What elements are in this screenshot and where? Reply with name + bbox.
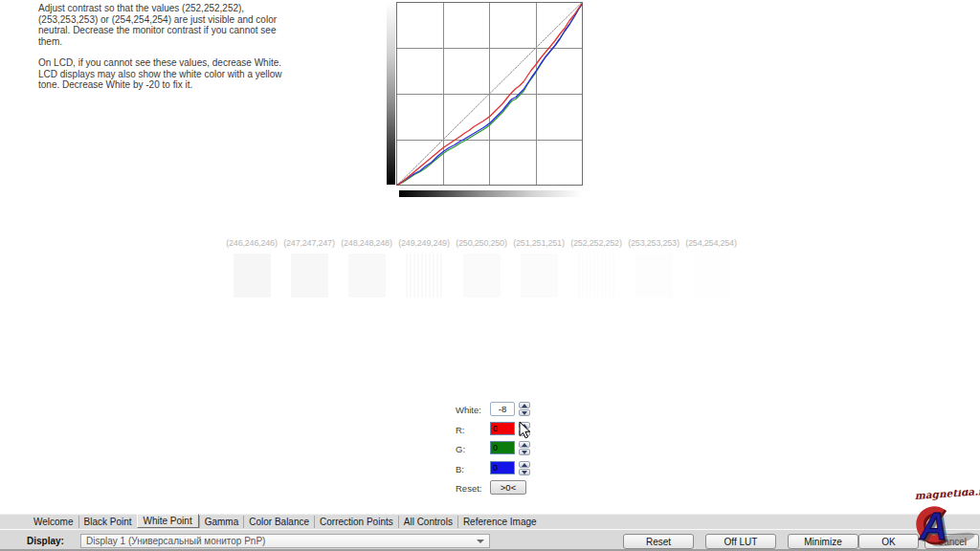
gray-test-patch	[348, 253, 386, 298]
green-value-field[interactable]: 0	[490, 441, 515, 454]
gray-test-patch	[635, 253, 673, 298]
gray-test-patch	[521, 253, 558, 298]
white-value-input[interactable]	[490, 402, 515, 416]
patch-column: (251,251,251)	[510, 238, 568, 298]
tab-all-controls[interactable]: All Controls	[398, 516, 457, 528]
gray-test-patch	[693, 253, 730, 298]
patch-label: (251,251,251)	[510, 238, 568, 248]
blue-label: B:	[456, 464, 464, 474]
tab-color-balance[interactable]: Color Balance	[243, 516, 314, 528]
triangle-down-icon	[522, 411, 527, 415]
patch-column: (248,248,248)	[338, 238, 395, 298]
white-point-controls: White: R: 0 G: 0 B: 0 Reset: >0<	[456, 402, 561, 497]
mouse-cursor	[519, 421, 531, 439]
patch-label: (253,253,253)	[625, 238, 682, 248]
patch-label: (249,249,249)	[395, 238, 453, 248]
off-lut-button[interactable]: Off LUT	[705, 534, 776, 549]
logo-site-text: magnetida.ru	[914, 490, 980, 502]
tab-black-point[interactable]: Black Point	[78, 516, 137, 528]
green-value: 0	[493, 443, 498, 452]
white-spinner-up-button[interactable]	[519, 402, 530, 408]
tab-white-point[interactable]: White Point	[137, 514, 199, 528]
reset-label: Reset:	[456, 483, 481, 494]
blue-spinner	[519, 461, 530, 475]
tab-correction-points[interactable]: Correction Points	[314, 516, 398, 528]
patch-column: (253,253,253)	[625, 238, 682, 298]
instructions-text: Adjust contrast so that the values (252,…	[38, 3, 306, 101]
patch-label: (246,246,246)	[223, 238, 280, 248]
display-select[interactable]: Display 1 (Универсальный монитор PnP)	[80, 534, 490, 548]
blue-value: 0	[493, 463, 498, 473]
tab-welcome[interactable]: Welcome	[29, 516, 78, 528]
reset-button[interactable]: Reset	[623, 534, 694, 549]
patch-column: (250,250,250)	[453, 238, 510, 298]
triangle-down-icon	[522, 451, 527, 454]
patch-column: (252,252,252)	[568, 238, 625, 298]
patch-label: (254,254,254)	[682, 238, 740, 248]
triangle-up-icon	[522, 463, 527, 467]
patch-label: (247,247,247)	[280, 238, 338, 248]
triangle-up-icon	[522, 443, 527, 447]
tab-reference-image[interactable]: Reference Image	[457, 516, 542, 528]
app-window: { "instructions": { "para1": "Adjust con…	[0, 0, 980, 551]
bottom-bar: Display: Display 1 (Универсальный монито…	[0, 529, 980, 551]
instructions-paragraph-1: Adjust contrast so that the values (252,…	[38, 3, 306, 47]
green-spinner	[519, 441, 530, 455]
minimize-button[interactable]: Minimize	[788, 534, 858, 549]
tab-bar: WelcomeBlack PointWhite PointGammaColor …	[0, 514, 980, 529]
horizontal-gradient-ramp	[399, 190, 583, 197]
red-value-field[interactable]: 0	[490, 422, 515, 435]
gray-test-patch	[578, 253, 615, 298]
green-label: G:	[456, 444, 465, 454]
white-spinner	[519, 402, 530, 416]
gray-test-patch	[291, 253, 328, 298]
patch-column: (254,254,254)	[682, 238, 740, 298]
triangle-up-icon	[522, 404, 527, 408]
blue-value-field[interactable]: 0	[490, 461, 515, 474]
display-select-value: Display 1 (Универсальный монитор PnP)	[86, 536, 477, 546]
white-label: White:	[456, 405, 481, 415]
reset-values-button[interactable]: >0<	[490, 480, 526, 495]
gray-test-patch	[463, 253, 501, 298]
patch-column: (246,246,246)	[223, 238, 280, 298]
red-value: 0	[493, 424, 498, 433]
patch-column: (249,249,249)	[395, 238, 453, 298]
red-label: R:	[456, 425, 465, 435]
triangle-down-icon	[522, 471, 527, 474]
logo-letter: A	[919, 505, 947, 547]
patch-label: (250,250,250)	[453, 238, 510, 248]
lut-curves-graph	[396, 2, 583, 186]
display-label: Display:	[27, 536, 64, 546]
green-spinner-down-button[interactable]	[519, 449, 530, 455]
patch-column: (247,247,247)	[280, 238, 338, 298]
patch-label: (248,248,248)	[338, 238, 395, 248]
blue-spinner-down-button[interactable]	[519, 469, 530, 475]
patch-label: (252,252,252)	[568, 238, 625, 248]
dropdown-arrow-icon	[477, 540, 484, 543]
blue-spinner-up-button[interactable]	[519, 461, 530, 468]
tab-gamma[interactable]: Gamma	[199, 516, 244, 528]
gray-test-patch	[406, 253, 443, 298]
instructions-paragraph-2: On LCD, if you cannot see these values, …	[38, 57, 306, 91]
gray-test-patch	[234, 253, 271, 298]
green-spinner-up-button[interactable]	[519, 441, 530, 448]
patch-row: (246,246,246)(247,247,247)(248,248,248)(…	[223, 238, 740, 298]
magnetida-watermark-logo: A A magnetida.ru	[907, 490, 980, 551]
white-spinner-down-button[interactable]	[519, 409, 530, 416]
vertical-gradient-ramp	[387, 2, 395, 185]
